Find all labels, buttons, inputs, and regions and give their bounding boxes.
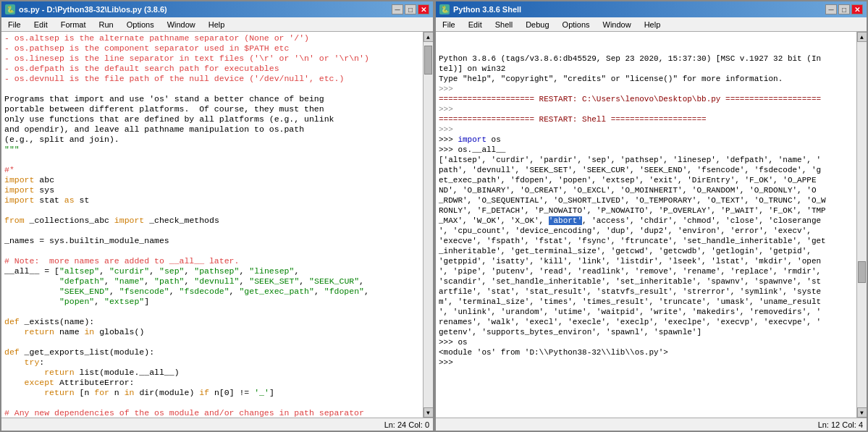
- shell-output-area[interactable]: Python 3.8.6 (tags/v3.8.6:db45529, Sep 2…: [436, 32, 856, 418]
- editor-scroll-up[interactable]: ▲: [424, 32, 434, 42]
- editor-code-area[interactable]: - os.altsep is the alternate pathname se…: [1, 32, 423, 418]
- editor-menu-file[interactable]: File: [5, 20, 24, 30]
- shell-text: Python 3.8.6 (tags/v3.8.6:db45529, Sep 2…: [439, 54, 854, 368]
- shell-menu-bar: File Edit Shell Debug Options Window Hel…: [436, 17, 867, 32]
- desktop: 🐍 os.py - D:\Python38-32\Lib\os.py (3.8.…: [0, 0, 868, 432]
- shell-window-controls: ─ □ ✕: [825, 4, 863, 14]
- shell-menu-edit[interactable]: Edit: [465, 20, 485, 30]
- editor-menu-window[interactable]: Window: [164, 20, 198, 30]
- editor-window-icon: 🐍: [5, 4, 15, 14]
- editor-menu-help[interactable]: Help: [206, 20, 228, 30]
- shell-title-bar: 🐍 Python 3.8.6 Shell ─ □ ✕: [436, 1, 867, 17]
- shell-menu-shell[interactable]: Shell: [492, 20, 515, 30]
- shell-scroll-thumb[interactable]: [858, 261, 866, 283]
- editor-maximize-button[interactable]: □: [405, 4, 416, 14]
- shell-minimize-button[interactable]: ─: [825, 4, 837, 14]
- editor-minimize-button[interactable]: ─: [392, 4, 403, 14]
- editor-close-button[interactable]: ✕: [418, 4, 429, 14]
- editor-scroll-thumb[interactable]: [424, 46, 432, 75]
- editor-status-text: Ln: 24 Col: 0: [384, 420, 429, 429]
- shell-scroll-down[interactable]: ▼: [857, 407, 867, 418]
- shell-close-button[interactable]: ✕: [851, 4, 863, 14]
- shell-scroll-track[interactable]: [857, 42, 867, 407]
- editor-menu-format[interactable]: Format: [58, 20, 89, 30]
- shell-menu-file[interactable]: File: [439, 20, 458, 30]
- editor-window-controls: ─ □ ✕: [392, 4, 429, 14]
- shell-status-bar: Ln: 12 Col: 4: [436, 418, 867, 431]
- shell-window-icon: 🐍: [439, 4, 450, 14]
- editor-scrollbar[interactable]: ▲ ▼: [423, 32, 433, 418]
- editor-menu-edit[interactable]: Edit: [31, 20, 51, 30]
- editor-title-bar: 🐍 os.py - D:\Python38-32\Lib\os.py (3.8.…: [1, 1, 433, 17]
- shell-window: 🐍 Python 3.8.6 Shell ─ □ ✕ File Edit She…: [434, 0, 868, 432]
- editor-menu-bar: File Edit Format Run Options Window Help: [1, 17, 433, 32]
- editor-code-text: - os.altsep is the alternate pathname se…: [4, 33, 420, 418]
- shell-menu-options[interactable]: Options: [560, 20, 593, 30]
- shell-title-left: 🐍 Python 3.8.6 Shell: [439, 4, 521, 14]
- shell-menu-debug[interactable]: Debug: [523, 20, 552, 30]
- editor-scroll-down[interactable]: ▼: [424, 407, 434, 418]
- shell-title-text: Python 3.8.6 Shell: [453, 5, 521, 14]
- shell-menu-help[interactable]: Help: [641, 20, 664, 30]
- shell-status-text: Ln: 12 Col: 4: [818, 420, 863, 429]
- editor-wrapper: - os.altsep is the alternate pathname se…: [1, 32, 433, 418]
- editor-menu-options[interactable]: Options: [124, 20, 157, 30]
- shell-scroll-up[interactable]: ▲: [857, 32, 867, 42]
- editor-title-text: os.py - D:\Python38-32\Lib\os.py (3.8.6): [19, 5, 167, 14]
- shell-wrapper: Python 3.8.6 (tags/v3.8.6:db45529, Sep 2…: [436, 32, 867, 418]
- editor-status-bar: Ln: 24 Col: 0: [1, 418, 433, 431]
- editor-menu-run[interactable]: Run: [96, 20, 117, 30]
- shell-scrollbar[interactable]: ▲ ▼: [856, 32, 867, 418]
- editor-title-left: 🐍 os.py - D:\Python38-32\Lib\os.py (3.8.…: [5, 4, 167, 14]
- editor-window: 🐍 os.py - D:\Python38-32\Lib\os.py (3.8.…: [0, 0, 434, 432]
- shell-menu-window[interactable]: Window: [600, 20, 634, 30]
- editor-scroll-track[interactable]: [424, 42, 433, 407]
- shell-maximize-button[interactable]: □: [838, 4, 850, 14]
